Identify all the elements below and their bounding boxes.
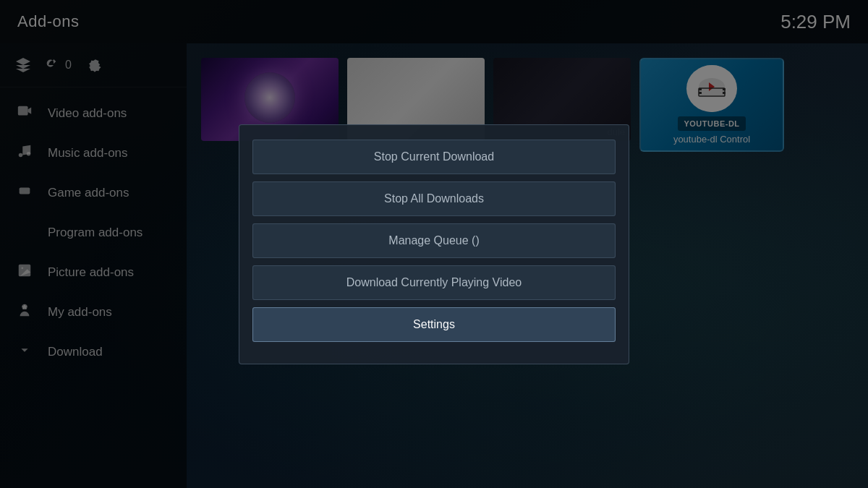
stop-current-download-button[interactable]: Stop Current Download [252,140,616,174]
modal-overlay: Stop Current Download Stop All Downloads… [0,0,868,488]
settings-button[interactable]: Settings [252,307,616,342]
manage-queue-button[interactable]: Manage Queue () [252,223,616,258]
stop-all-downloads-button[interactable]: Stop All Downloads [252,181,616,216]
download-playing-button[interactable]: Download Currently Playing Video [252,265,616,300]
modal-dialog: Stop Current Download Stop All Downloads… [239,124,629,364]
